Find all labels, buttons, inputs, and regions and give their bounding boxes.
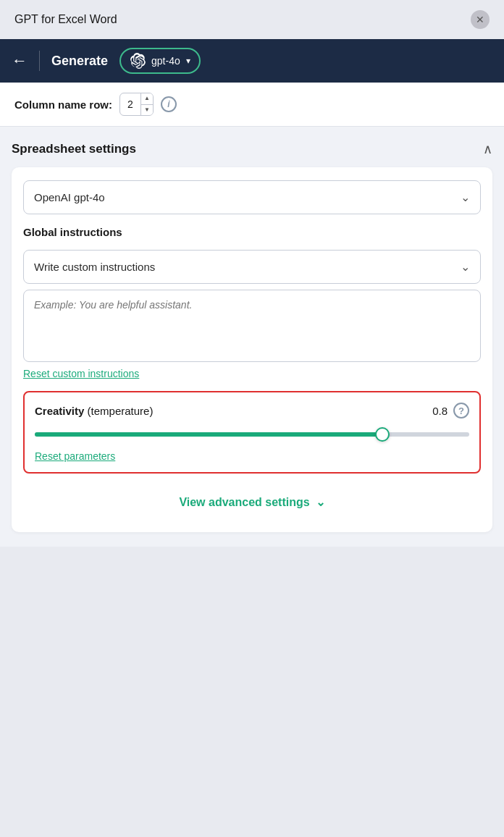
view-advanced-icon: ⌄ xyxy=(316,495,325,509)
close-button[interactable]: ✕ xyxy=(471,10,490,29)
instructions-textarea[interactable] xyxy=(23,290,481,362)
nav-divider xyxy=(39,51,40,71)
reset-parameters-link[interactable]: Reset parameters xyxy=(35,450,469,462)
info-icon[interactable]: i xyxy=(161,96,177,112)
section-title: Spreadsheet settings xyxy=(12,142,136,156)
app-window: GPT for Excel Word ✕ ← Generate gpt-4o ▾… xyxy=(0,0,504,547)
slider-thumb[interactable] xyxy=(375,427,390,442)
model-dropdown[interactable]: OpenAI gpt-4o ⌄ xyxy=(23,180,481,214)
window-title: GPT for Excel Word xyxy=(14,13,117,26)
nav-bar: ← Generate gpt-4o ▾ xyxy=(0,39,504,83)
column-name-value[interactable]: 2 xyxy=(120,98,140,110)
slider-track xyxy=(35,432,469,437)
generate-label: Generate xyxy=(51,54,108,69)
creativity-title: Creativity (temperature) xyxy=(35,405,153,417)
column-name-row: Column name row: 2 ▲ ▼ i xyxy=(0,83,504,127)
model-selector-button[interactable]: gpt-4o ▾ xyxy=(119,48,201,74)
slider-container xyxy=(35,427,469,442)
collapse-icon[interactable]: ∧ xyxy=(483,141,492,157)
instructions-dropdown-arrow-icon: ⌄ xyxy=(461,260,470,274)
spinner-down-button[interactable]: ▼ xyxy=(141,105,153,116)
spinner-up-button[interactable]: ▲ xyxy=(141,93,153,105)
creativity-value: 0.8 xyxy=(432,405,448,417)
global-instructions-label: Global instructions xyxy=(23,226,481,238)
creativity-value-wrap: 0.8 ? xyxy=(432,403,469,418)
view-advanced-button[interactable]: View advanced settings ⌄ xyxy=(23,485,481,519)
openai-icon xyxy=(130,53,146,69)
instructions-dropdown[interactable]: Write custom instructions ⌄ xyxy=(23,250,481,284)
creativity-help-icon[interactable]: ? xyxy=(453,403,469,418)
view-advanced-label: View advanced settings xyxy=(179,496,309,509)
slider-fill xyxy=(35,432,382,437)
model-chevron-icon: ▾ xyxy=(186,56,190,66)
model-label: gpt-4o xyxy=(151,55,180,67)
section-header: Spreadsheet settings ∧ xyxy=(12,141,492,157)
model-dropdown-arrow-icon: ⌄ xyxy=(461,190,470,204)
main-content: Spreadsheet settings ∧ OpenAI gpt-4o ⌄ G… xyxy=(0,127,504,547)
model-dropdown-label: OpenAI gpt-4o xyxy=(34,191,105,203)
settings-card: OpenAI gpt-4o ⌄ Global instructions Writ… xyxy=(12,167,492,532)
back-button[interactable]: ← xyxy=(12,53,28,69)
creativity-box: Creativity (temperature) 0.8 ? Reset par xyxy=(23,391,481,474)
reset-instructions-link[interactable]: Reset custom instructions xyxy=(23,368,481,379)
creativity-header: Creativity (temperature) 0.8 ? xyxy=(35,403,469,418)
column-name-label: Column name row: xyxy=(14,98,112,111)
instructions-dropdown-label: Write custom instructions xyxy=(34,261,155,273)
title-bar: GPT for Excel Word ✕ xyxy=(0,0,504,39)
spinner-arrows: ▲ ▼ xyxy=(140,93,153,115)
global-instructions-section: Global instructions Write custom instruc… xyxy=(23,226,481,379)
column-name-spinner[interactable]: 2 ▲ ▼ xyxy=(119,93,154,116)
